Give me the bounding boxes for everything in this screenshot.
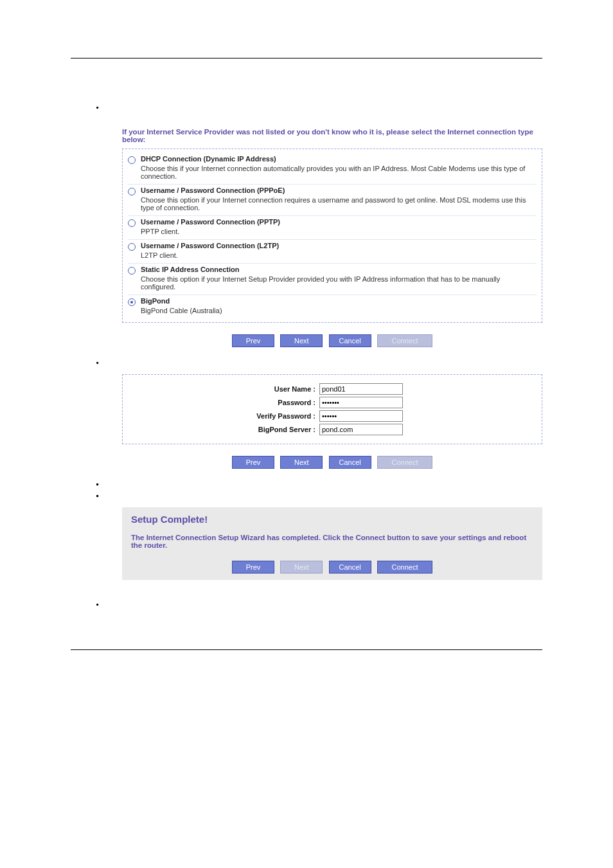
option-pptp[interactable]: Username / Password Connection (PPTP) PP… [128,216,537,240]
option-desc: BigPond Cable (Australia) [141,307,537,314]
button-bar: Prev Next Cancel Connect [131,561,533,574]
option-title: BigPond [141,297,170,305]
complete-title: Setup Complete! [131,514,533,525]
connect-button[interactable]: Connect [377,561,432,574]
button-bar: Prev Next Cancel Connect [122,456,542,469]
username-label: User Name : [129,385,319,393]
option-title: Username / Password Connection (PPTP) [141,218,280,226]
option-title: Username / Password Connection (L2TP) [141,242,279,249]
radio-icon[interactable] [128,219,136,227]
radio-icon[interactable] [128,243,136,251]
option-dhcp[interactable]: DHCP Connection (Dynamic IP Address) Cho… [128,153,537,185]
prev-button[interactable]: Prev [232,456,274,469]
connection-type-panel: If your Internet Service Provider was no… [122,128,542,347]
prev-button[interactable]: Prev [232,334,274,347]
next-button[interactable]: Next [280,456,323,469]
complete-box: Setup Complete! The Internet Connection … [122,507,542,580]
password-input[interactable] [319,397,403,408]
option-desc: Choose this if your Internet connection … [141,165,537,180]
verify-password-input[interactable] [319,410,403,422]
radio-icon[interactable] [128,156,136,164]
instruction-text: If your Internet Service Provider was no… [122,128,542,143]
username-input[interactable] [319,383,403,395]
cancel-button[interactable]: Cancel [329,334,371,347]
option-title: DHCP Connection (Dynamic IP Address) [141,155,276,163]
option-pppoe[interactable]: Username / Password Connection (PPPoE) C… [128,185,537,216]
option-desc: PPTP client. [141,228,537,235]
option-desc: L2TP client. [141,251,537,259]
button-bar: Prev Next Cancel Connect [122,334,542,347]
cancel-button[interactable]: Cancel [329,456,371,469]
setup-complete-panel: Setup Complete! The Internet Connection … [122,507,542,580]
options-box: DHCP Connection (Dynamic IP Address) Cho… [122,149,542,323]
complete-desc: The Internet Connection Setup Wizard has… [131,534,533,549]
connect-button: Connect [377,456,432,469]
radio-icon[interactable] [128,298,136,306]
option-l2tp[interactable]: Username / Password Connection (L2TP) L2… [128,240,537,264]
bigpond-server-input[interactable] [319,424,403,435]
option-desc: Choose this option if your Internet Setu… [141,275,537,291]
prev-button[interactable]: Prev [232,561,274,574]
option-static-ip[interactable]: Static IP Address Connection Choose this… [128,264,537,295]
form-box: User Name : Password : Verify Password :… [122,374,542,444]
bigpond-form-panel: User Name : Password : Verify Password :… [122,374,542,469]
cancel-button[interactable]: Cancel [329,561,371,574]
bigpond-server-label: BigPond Server : [129,426,319,433]
option-bigpond[interactable]: BigPond BigPond Cable (Australia) [128,295,537,318]
next-button: Next [280,561,323,574]
option-title: Username / Password Connection (PPPoE) [141,186,285,194]
next-button[interactable]: Next [280,334,323,347]
password-label: Password : [129,399,319,406]
verify-password-label: Verify Password : [129,412,319,420]
option-desc: Choose this option if your Internet conn… [141,196,537,212]
radio-icon[interactable] [128,267,136,275]
option-title: Static IP Address Connection [141,266,239,273]
radio-icon[interactable] [128,188,136,195]
connect-button: Connect [377,334,432,347]
